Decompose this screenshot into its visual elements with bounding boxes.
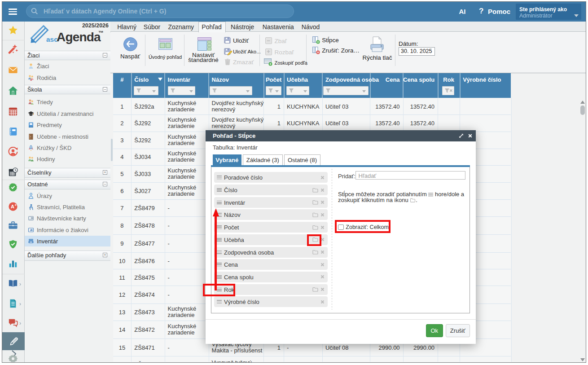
svg-text:+: +: [15, 203, 17, 207]
svg-text:A: A: [11, 204, 14, 209]
svg-text:A: A: [30, 229, 32, 232]
